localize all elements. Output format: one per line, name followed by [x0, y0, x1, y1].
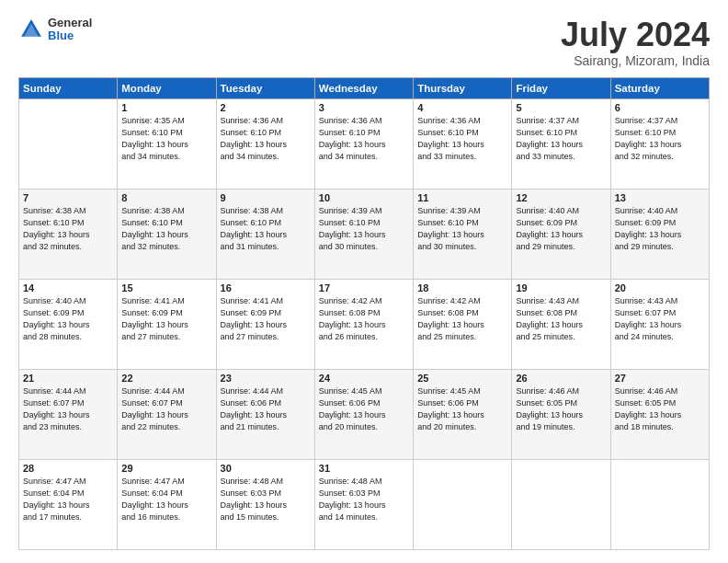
calendar-day-cell — [512, 459, 610, 549]
calendar-day-cell: 31Sunrise: 4:48 AMSunset: 6:03 PMDayligh… — [314, 459, 413, 549]
weekday-header-cell: Wednesday — [314, 77, 413, 98]
day-info: Sunrise: 4:48 AMSunset: 6:03 PMDaylight:… — [221, 476, 311, 523]
calendar-day-cell: 23Sunrise: 4:44 AMSunset: 6:06 PMDayligh… — [216, 369, 314, 459]
calendar-day-cell: 24Sunrise: 4:45 AMSunset: 6:06 PMDayligh… — [314, 369, 413, 459]
weekday-header: SundayMondayTuesdayWednesdayThursdayFrid… — [19, 77, 710, 98]
calendar-day-cell: 19Sunrise: 4:43 AMSunset: 6:08 PMDayligh… — [512, 279, 610, 369]
header: General Blue July 2024 Sairang, Mizoram,… — [18, 17, 710, 68]
day-info: Sunrise: 4:48 AMSunset: 6:03 PMDaylight:… — [319, 476, 409, 523]
day-number: 8 — [121, 192, 211, 203]
calendar-table: SundayMondayTuesdayWednesdayThursdayFrid… — [18, 77, 710, 550]
day-number: 29 — [121, 463, 211, 474]
calendar-day-cell — [414, 459, 512, 549]
calendar-day-cell: 17Sunrise: 4:42 AMSunset: 6:08 PMDayligh… — [314, 279, 413, 369]
day-number: 12 — [516, 192, 606, 203]
day-number: 21 — [23, 373, 113, 384]
calendar-day-cell: 8Sunrise: 4:38 AMSunset: 6:10 PMDaylight… — [118, 189, 216, 279]
calendar-day-cell: 14Sunrise: 4:40 AMSunset: 6:09 PMDayligh… — [19, 279, 118, 369]
calendar-day-cell: 7Sunrise: 4:38 AMSunset: 6:10 PMDaylight… — [19, 189, 118, 279]
day-number: 13 — [615, 192, 705, 203]
title-block: July 2024 Sairang, Mizoram, India — [561, 17, 710, 68]
calendar-day-cell: 15Sunrise: 4:41 AMSunset: 6:09 PMDayligh… — [118, 279, 216, 369]
day-number: 22 — [121, 373, 211, 384]
day-number: 28 — [23, 463, 113, 474]
day-number: 30 — [221, 463, 311, 474]
calendar-day-cell — [610, 459, 709, 549]
day-info: Sunrise: 4:43 AMSunset: 6:07 PMDaylight:… — [615, 295, 705, 343]
day-number: 2 — [221, 102, 311, 113]
day-info: Sunrise: 4:44 AMSunset: 6:06 PMDaylight:… — [221, 385, 311, 433]
day-number: 1 — [121, 102, 211, 113]
day-number: 31 — [319, 463, 409, 474]
day-number: 17 — [319, 282, 409, 293]
day-number: 18 — [417, 282, 507, 293]
day-info: Sunrise: 4:38 AMSunset: 6:10 PMDaylight:… — [221, 205, 311, 253]
day-info: Sunrise: 4:47 AMSunset: 6:04 PMDaylight:… — [23, 476, 113, 523]
day-number: 10 — [319, 192, 409, 203]
day-number: 7 — [23, 192, 113, 203]
calendar-day-cell: 1Sunrise: 4:35 AMSunset: 6:10 PMDaylight… — [118, 98, 216, 189]
day-info: Sunrise: 4:37 AMSunset: 6:10 PMDaylight:… — [516, 115, 606, 163]
day-info: Sunrise: 4:35 AMSunset: 6:10 PMDaylight:… — [121, 115, 211, 163]
calendar-day-cell: 29Sunrise: 4:47 AMSunset: 6:04 PMDayligh… — [118, 459, 216, 549]
day-number: 26 — [516, 373, 606, 384]
day-info: Sunrise: 4:39 AMSunset: 6:10 PMDaylight:… — [417, 205, 507, 253]
logo-general: General — [48, 17, 92, 29]
calendar-day-cell: 20Sunrise: 4:43 AMSunset: 6:07 PMDayligh… — [610, 279, 709, 369]
calendar-day-cell: 30Sunrise: 4:48 AMSunset: 6:03 PMDayligh… — [216, 459, 314, 549]
calendar-week-row: 1Sunrise: 4:35 AMSunset: 6:10 PMDaylight… — [19, 98, 710, 189]
logo-text: General Blue — [48, 17, 92, 43]
day-info: Sunrise: 4:44 AMSunset: 6:07 PMDaylight:… — [121, 385, 211, 433]
calendar-day-cell: 10Sunrise: 4:39 AMSunset: 6:10 PMDayligh… — [314, 189, 413, 279]
day-info: Sunrise: 4:42 AMSunset: 6:08 PMDaylight:… — [417, 295, 507, 343]
calendar-day-cell: 25Sunrise: 4:45 AMSunset: 6:06 PMDayligh… — [414, 369, 512, 459]
day-info: Sunrise: 4:39 AMSunset: 6:10 PMDaylight:… — [319, 205, 409, 253]
day-number: 19 — [516, 282, 606, 293]
day-info: Sunrise: 4:46 AMSunset: 6:05 PMDaylight:… — [516, 385, 606, 433]
day-number: 5 — [516, 102, 606, 113]
day-number: 14 — [23, 282, 113, 293]
day-number: 27 — [615, 373, 705, 384]
main-title: July 2024 — [561, 17, 710, 53]
calendar-day-cell — [19, 98, 118, 189]
calendar-day-cell: 3Sunrise: 4:36 AMSunset: 6:10 PMDaylight… — [314, 98, 413, 189]
calendar-day-cell: 11Sunrise: 4:39 AMSunset: 6:10 PMDayligh… — [414, 189, 512, 279]
calendar-day-cell: 16Sunrise: 4:41 AMSunset: 6:09 PMDayligh… — [216, 279, 314, 369]
weekday-header-cell: Sunday — [19, 77, 118, 98]
calendar-day-cell: 18Sunrise: 4:42 AMSunset: 6:08 PMDayligh… — [414, 279, 512, 369]
calendar-week-row: 7Sunrise: 4:38 AMSunset: 6:10 PMDaylight… — [19, 189, 710, 279]
weekday-header-cell: Thursday — [414, 77, 512, 98]
calendar-day-cell: 4Sunrise: 4:36 AMSunset: 6:10 PMDaylight… — [414, 98, 512, 189]
day-number: 20 — [615, 282, 705, 293]
weekday-header-cell: Saturday — [610, 77, 709, 98]
day-info: Sunrise: 4:43 AMSunset: 6:08 PMDaylight:… — [516, 295, 606, 343]
day-info: Sunrise: 4:40 AMSunset: 6:09 PMDaylight:… — [516, 205, 606, 253]
calendar-day-cell: 13Sunrise: 4:40 AMSunset: 6:09 PMDayligh… — [610, 189, 709, 279]
day-number: 6 — [615, 102, 705, 113]
calendar-day-cell: 12Sunrise: 4:40 AMSunset: 6:09 PMDayligh… — [512, 189, 610, 279]
day-number: 16 — [221, 282, 311, 293]
day-number: 11 — [417, 192, 507, 203]
calendar-week-row: 14Sunrise: 4:40 AMSunset: 6:09 PMDayligh… — [19, 279, 710, 369]
day-info: Sunrise: 4:44 AMSunset: 6:07 PMDaylight:… — [23, 385, 113, 433]
calendar-day-cell: 27Sunrise: 4:46 AMSunset: 6:05 PMDayligh… — [610, 369, 709, 459]
calendar-day-cell: 28Sunrise: 4:47 AMSunset: 6:04 PMDayligh… — [19, 459, 118, 549]
calendar-body: 1Sunrise: 4:35 AMSunset: 6:10 PMDaylight… — [19, 98, 710, 549]
day-info: Sunrise: 4:46 AMSunset: 6:05 PMDaylight:… — [615, 385, 705, 433]
calendar-week-row: 21Sunrise: 4:44 AMSunset: 6:07 PMDayligh… — [19, 369, 710, 459]
calendar-day-cell: 2Sunrise: 4:36 AMSunset: 6:10 PMDaylight… — [216, 98, 314, 189]
day-info: Sunrise: 4:36 AMSunset: 6:10 PMDaylight:… — [221, 115, 311, 163]
day-info: Sunrise: 4:38 AMSunset: 6:10 PMDaylight:… — [121, 205, 211, 253]
logo-icon — [18, 17, 44, 42]
day-info: Sunrise: 4:45 AMSunset: 6:06 PMDaylight:… — [417, 385, 507, 433]
day-info: Sunrise: 4:36 AMSunset: 6:10 PMDaylight:… — [319, 115, 409, 163]
day-number: 9 — [221, 192, 311, 203]
calendar-week-row: 28Sunrise: 4:47 AMSunset: 6:04 PMDayligh… — [19, 459, 710, 549]
calendar-day-cell: 6Sunrise: 4:37 AMSunset: 6:10 PMDaylight… — [610, 98, 709, 189]
day-number: 15 — [121, 282, 211, 293]
day-info: Sunrise: 4:41 AMSunset: 6:09 PMDaylight:… — [121, 295, 211, 343]
calendar-day-cell: 22Sunrise: 4:44 AMSunset: 6:07 PMDayligh… — [118, 369, 216, 459]
day-info: Sunrise: 4:37 AMSunset: 6:10 PMDaylight:… — [615, 115, 705, 163]
day-info: Sunrise: 4:36 AMSunset: 6:10 PMDaylight:… — [417, 115, 507, 163]
day-number: 25 — [417, 373, 507, 384]
